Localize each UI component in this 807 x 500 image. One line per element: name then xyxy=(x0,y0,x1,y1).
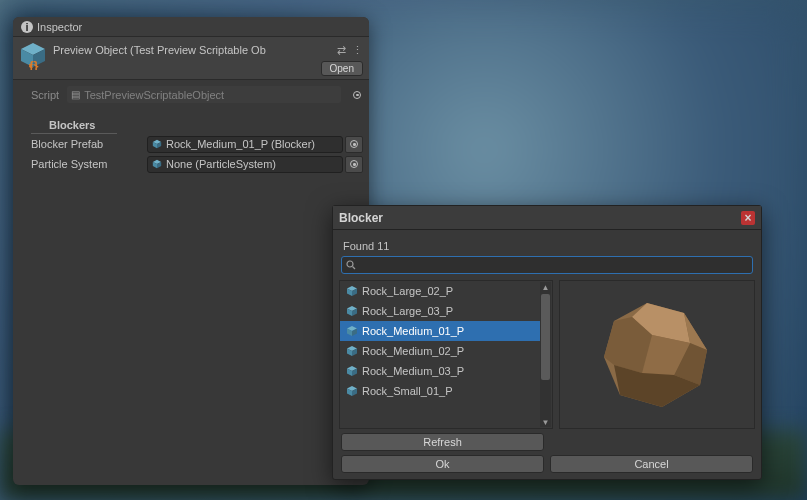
object-picker-icon[interactable] xyxy=(353,91,361,99)
inspector-panel: i Inspector {} Preview Object (Test Prev… xyxy=(13,17,369,485)
object-picker-window: Blocker × Found 11 Rock_Large_02_PRock_L… xyxy=(332,205,762,480)
property-label: Blocker Prefab xyxy=(31,138,147,150)
prefab-cube-icon xyxy=(346,365,358,377)
section-header-blockers: Blockers xyxy=(31,115,117,134)
target-icon xyxy=(350,140,358,148)
preview-pane xyxy=(559,280,755,429)
search-input[interactable] xyxy=(360,259,748,271)
list-item-label: Rock_Large_02_P xyxy=(362,285,453,297)
script-field: ▤ TestPreviewScriptableObject xyxy=(67,86,341,103)
search-icon xyxy=(346,260,356,270)
list-item-label: Rock_Medium_03_P xyxy=(362,365,464,377)
picker-title-label: Blocker xyxy=(339,211,383,225)
prefab-cube-icon xyxy=(346,285,358,297)
target-icon xyxy=(350,160,358,168)
script-file-icon: ▤ xyxy=(71,89,80,100)
object-field-value: Rock_Medium_01_P (Blocker) xyxy=(166,138,338,150)
svg-line-11 xyxy=(353,267,356,270)
script-value: TestPreviewScriptableObject xyxy=(84,89,224,101)
list-item[interactable]: Rock_Large_03_P xyxy=(340,301,540,321)
list-item[interactable]: Rock_Medium_01_P xyxy=(340,321,540,341)
close-icon: × xyxy=(744,212,751,224)
list-item[interactable]: Rock_Large_02_P xyxy=(340,281,540,301)
list-item-label: Rock_Medium_02_P xyxy=(362,345,464,357)
list-item-label: Rock_Large_03_P xyxy=(362,305,453,317)
prefab-cube-icon xyxy=(346,325,358,337)
prefab-cube-icon xyxy=(346,305,358,317)
object-picker-button[interactable] xyxy=(345,136,363,153)
scroll-down-icon[interactable]: ▼ xyxy=(540,417,551,427)
inspector-tab[interactable]: i Inspector xyxy=(13,17,369,37)
list-item[interactable]: Rock_Small_01_P xyxy=(340,381,540,401)
scroll-thumb[interactable] xyxy=(541,294,550,380)
picker-titlebar[interactable]: Blocker × xyxy=(333,206,761,230)
property-row-particle-system: Particle System None (ParticleSystem) xyxy=(13,154,369,174)
open-button[interactable]: Open xyxy=(321,61,363,76)
inspector-tab-label: Inspector xyxy=(37,21,82,33)
prefab-cube-icon xyxy=(152,159,162,169)
script-row: Script ▤ TestPreviewScriptableObject xyxy=(13,80,369,109)
prefab-cube-icon xyxy=(346,345,358,357)
prefab-cube-icon xyxy=(346,385,358,397)
svg-point-10 xyxy=(347,261,353,267)
preset-icon[interactable]: ⇄ xyxy=(337,44,346,57)
list-item-label: Rock_Small_01_P xyxy=(362,385,453,397)
refresh-button[interactable]: Refresh xyxy=(341,433,544,451)
object-name: Preview Object (Test Preview Scriptable … xyxy=(53,42,331,56)
svg-text:{}: {} xyxy=(29,59,39,70)
scriptable-object-icon: {} xyxy=(19,42,47,70)
scroll-up-icon[interactable]: ▲ xyxy=(540,282,551,292)
property-label: Particle System xyxy=(31,158,147,170)
rock-preview-icon xyxy=(592,295,722,415)
script-label: Script xyxy=(31,89,59,101)
list-item[interactable]: Rock_Medium_03_P xyxy=(340,361,540,381)
results-list: Rock_Large_02_PRock_Large_03_PRock_Mediu… xyxy=(339,280,553,429)
info-icon: i xyxy=(21,21,33,33)
kebab-menu-icon[interactable]: ⋮ xyxy=(352,44,363,57)
cancel-button[interactable]: Cancel xyxy=(550,455,753,473)
ok-button[interactable]: Ok xyxy=(341,455,544,473)
search-field[interactable] xyxy=(341,256,753,274)
list-item[interactable]: Rock_Medium_02_P xyxy=(340,341,540,361)
object-field-value: None (ParticleSystem) xyxy=(166,158,338,170)
property-row-blocker-prefab: Blocker Prefab Rock_Medium_01_P (Blocker… xyxy=(13,134,369,154)
object-field-particle-system[interactable]: None (ParticleSystem) xyxy=(147,156,343,173)
object-picker-button[interactable] xyxy=(345,156,363,173)
object-field-blocker-prefab[interactable]: Rock_Medium_01_P (Blocker) xyxy=(147,136,343,153)
prefab-cube-icon xyxy=(152,139,162,149)
found-count-label: Found 11 xyxy=(339,236,755,256)
inspector-header: {} Preview Object (Test Preview Scriptab… xyxy=(13,37,369,79)
list-item-label: Rock_Medium_01_P xyxy=(362,325,464,337)
close-button[interactable]: × xyxy=(741,211,755,225)
scrollbar[interactable]: ▲ ▼ xyxy=(540,282,551,427)
